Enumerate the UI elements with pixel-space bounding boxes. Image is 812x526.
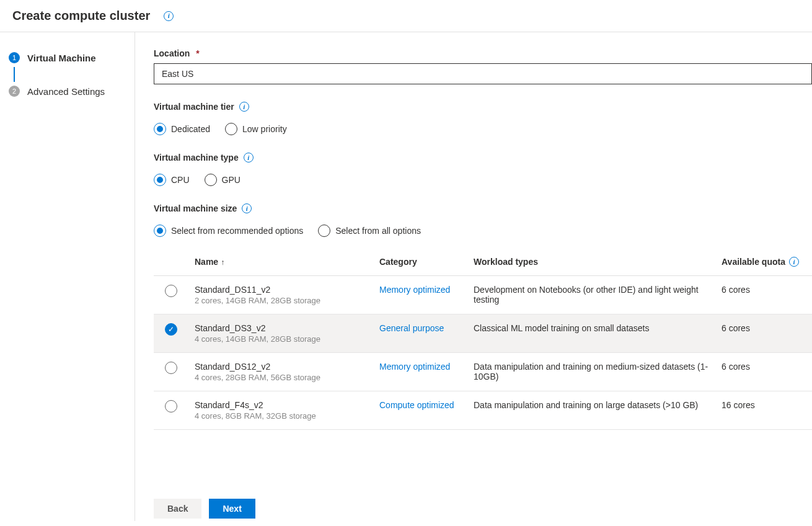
workload-text: Classical ML model training on small dat…	[474, 323, 722, 333]
radio-icon	[318, 225, 330, 237]
column-header-category[interactable]: Category	[379, 257, 474, 267]
radio-icon	[154, 225, 166, 237]
vmsize-radio-all[interactable]: Select from all options	[318, 225, 421, 237]
tier-section: Virtual machine tier i Dedicated Low pri…	[154, 102, 812, 135]
vmtype-label: Virtual machine type i	[154, 153, 254, 163]
row-select-radio[interactable]	[165, 362, 177, 374]
wizard-sidebar: 1 Virtual Machine 2 Advanced Settings	[0, 32, 135, 521]
vm-name: Standard_DS11_v2	[195, 285, 379, 295]
vm-spec: 4 cores, 28GB RAM, 56GB storage	[195, 373, 379, 382]
vm-name: Standard_DS3_v2	[195, 323, 379, 333]
table-header: Name↑ Category Workload types Available …	[154, 248, 812, 276]
vm-name: Standard_DS12_v2	[195, 362, 379, 372]
vm-size-table: Name↑ Category Workload types Available …	[154, 248, 812, 430]
vm-spec: 2 cores, 14GB RAM, 28GB storage	[195, 296, 379, 305]
row-select-radio[interactable]: ✓	[165, 323, 177, 336]
radio-icon	[225, 123, 237, 135]
page-header: Create compute cluster i	[0, 0, 812, 32]
step-virtual-machine[interactable]: 1 Virtual Machine	[9, 50, 126, 66]
check-icon: ✓	[168, 325, 174, 334]
vm-spec: 4 cores, 14GB RAM, 28GB storage	[195, 334, 379, 344]
info-icon[interactable]: i	[244, 153, 254, 163]
required-asterisk: *	[196, 48, 199, 58]
tier-label: Virtual machine tier i	[154, 102, 249, 112]
radio-icon	[154, 174, 166, 186]
step-label: Advanced Settings	[27, 86, 105, 97]
vmtype-section: Virtual machine type i CPU GPU	[154, 153, 812, 186]
step-number-badge: 1	[9, 52, 20, 63]
info-icon[interactable]: i	[164, 11, 174, 21]
workload-text: Development on Notebooks (or other IDE) …	[474, 285, 722, 305]
vmtype-radio-gpu[interactable]: GPU	[205, 174, 241, 186]
category-link[interactable]: Memory optimized	[379, 285, 450, 295]
step-advanced-settings[interactable]: 2 Advanced Settings	[9, 83, 126, 99]
main-panel: Location* East US Virtual machine tier i…	[135, 32, 812, 521]
workload-text: Data manipulation and training on medium…	[474, 362, 722, 381]
tier-radio-dedicated[interactable]: Dedicated	[154, 123, 210, 135]
next-button[interactable]: Next	[209, 499, 255, 519]
quota-text: 16 cores	[722, 400, 812, 410]
vm-name: Standard_F4s_v2	[195, 400, 379, 410]
step-label: Virtual Machine	[27, 53, 96, 63]
column-header-workload[interactable]: Workload types	[474, 257, 722, 267]
vmsize-label: Virtual machine size i	[154, 203, 252, 213]
quota-text: 6 cores	[722, 362, 812, 372]
workload-text: Data manipulation and training on large …	[474, 400, 722, 410]
info-icon[interactable]: i	[239, 102, 249, 112]
back-button[interactable]: Back	[154, 499, 201, 519]
table-row[interactable]: Standard_DS12_v24 cores, 28GB RAM, 56GB …	[154, 353, 812, 391]
vm-spec: 4 cores, 8GB RAM, 32GB storage	[195, 411, 379, 421]
table-row[interactable]: Standard_DS11_v22 cores, 14GB RAM, 28GB …	[154, 276, 812, 314]
vmtype-radio-cpu[interactable]: CPU	[154, 174, 190, 186]
vmsize-radio-recommended[interactable]: Select from recommended options	[154, 225, 303, 237]
category-link[interactable]: General purpose	[379, 323, 444, 333]
table-row[interactable]: ✓Standard_DS3_v24 cores, 14GB RAM, 28GB …	[154, 314, 812, 353]
vmsize-section: Virtual machine size i Select from recom…	[154, 203, 812, 430]
location-section: Location* East US	[154, 48, 812, 84]
step-number-badge: 2	[9, 86, 20, 97]
quota-text: 6 cores	[722, 323, 812, 333]
step-connector	[14, 67, 15, 82]
wizard-footer: Back Next	[154, 499, 255, 521]
row-select-radio[interactable]	[165, 285, 177, 297]
page-title: Create compute cluster	[12, 9, 150, 23]
column-header-name[interactable]: Name↑	[195, 257, 379, 267]
table-row[interactable]: Standard_F4s_v24 cores, 8GB RAM, 32GB st…	[154, 391, 812, 430]
quota-text: 6 cores	[722, 285, 812, 295]
tier-radio-low-priority[interactable]: Low priority	[225, 123, 287, 135]
row-select-radio[interactable]	[165, 400, 177, 412]
category-link[interactable]: Memory optimized	[379, 362, 450, 372]
location-select[interactable]: East US	[154, 63, 812, 84]
column-header-quota[interactable]: Available quota i	[722, 257, 812, 267]
info-icon[interactable]: i	[242, 203, 252, 213]
sort-ascending-icon: ↑	[221, 258, 224, 267]
radio-icon	[205, 174, 217, 186]
category-link[interactable]: Compute optimized	[379, 400, 454, 410]
info-icon[interactable]: i	[789, 257, 799, 267]
location-label: Location*	[154, 48, 200, 58]
radio-icon	[154, 123, 166, 135]
